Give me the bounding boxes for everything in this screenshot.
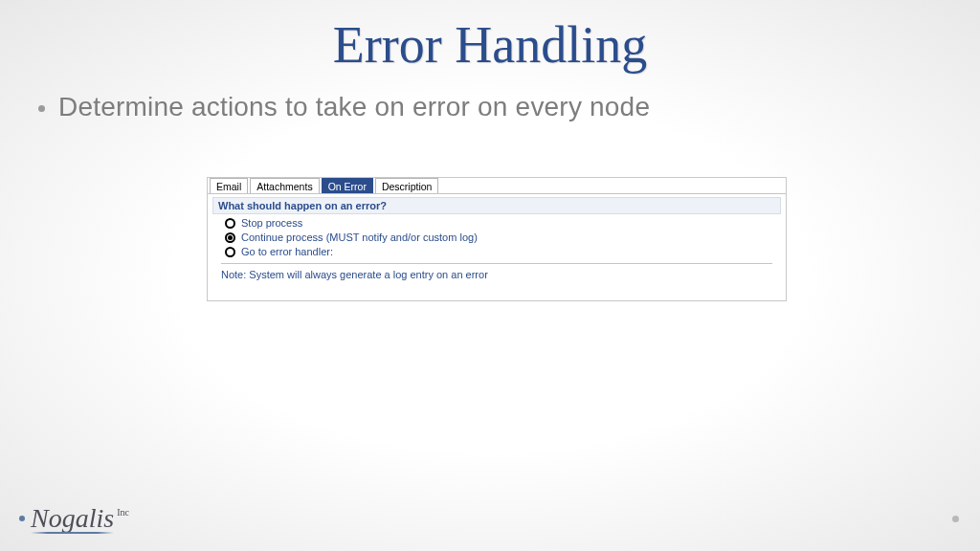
logo-dot-icon: [19, 516, 25, 521]
radio-icon: [225, 247, 235, 257]
option-label: Go to error handler:: [241, 246, 333, 257]
bullet-text: Determine actions to take on error on ev…: [58, 92, 650, 122]
tab-attachments[interactable]: Attachments: [250, 178, 319, 193]
settings-panel: Email Attachments On Error Description W…: [207, 177, 787, 301]
radio-icon: [225, 232, 235, 243]
radio-icon: [225, 218, 235, 229]
slide-title: Error Handling: [0, 0, 980, 75]
option-label: Stop process: [241, 217, 302, 229]
bullet-row: Determine actions to take on error on ev…: [0, 92, 980, 122]
bullet-dot: [38, 105, 45, 112]
section-heading: What should happen on an error?: [212, 197, 781, 214]
tab-bar: Email Attachments On Error Description: [208, 178, 786, 194]
note-text: Note: System will always generate a log …: [208, 267, 786, 282]
tab-email[interactable]: Email: [210, 178, 248, 193]
tab-on-error[interactable]: On Error: [322, 178, 373, 193]
option-stop-process[interactable]: Stop process: [225, 217, 768, 229]
logo: Nogalis Inc: [19, 505, 129, 532]
option-label: Continue process (MUST notify and/or cus…: [241, 231, 478, 243]
options-group: Stop process Continue process (MUST noti…: [208, 217, 786, 257]
logo-suffix: Inc: [117, 507, 129, 518]
logo-name: Nogalis: [31, 505, 114, 532]
divider: [221, 263, 772, 264]
option-error-handler[interactable]: Go to error handler:: [225, 246, 768, 257]
option-continue-process[interactable]: Continue process (MUST notify and/or cus…: [225, 231, 768, 243]
tab-description[interactable]: Description: [375, 178, 439, 193]
corner-dot-icon: [952, 516, 959, 522]
